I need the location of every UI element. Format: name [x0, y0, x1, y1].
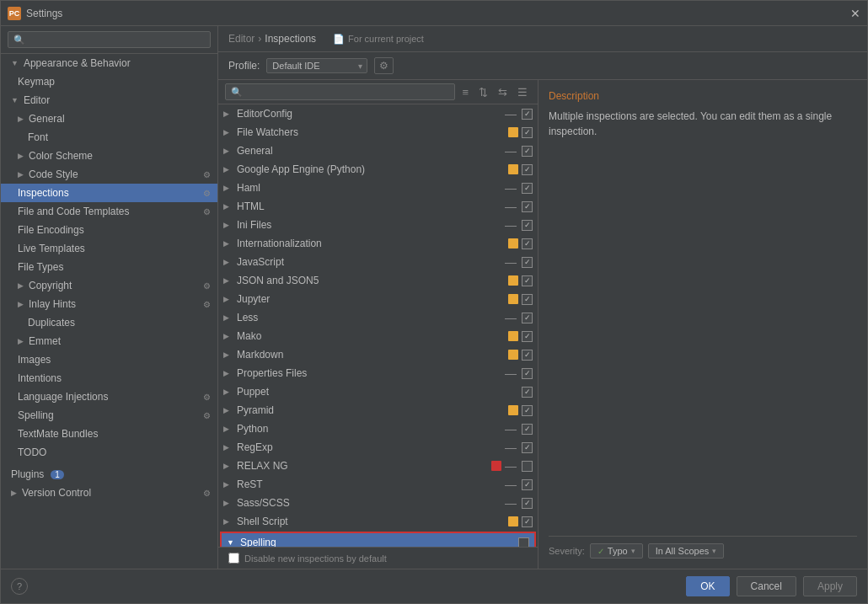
group-checkbox[interactable]	[522, 238, 533, 249]
sidebar-item-intentions[interactable]: Intentions	[1, 369, 217, 388]
sidebar-item-inlay-hints[interactable]: ▶ Inlay Hints ⚙	[1, 295, 217, 313]
sidebar-item-general[interactable]: ▶ General	[1, 110, 217, 128]
inspection-group-google-app-engine[interactable]: ▶ Google App Engine (Python)	[218, 160, 538, 179]
sidebar-search-input[interactable]	[8, 31, 211, 48]
dash-icon: —	[505, 496, 517, 510]
cancel-button[interactable]: Cancel	[737, 576, 796, 596]
ok-button[interactable]: OK	[686, 576, 729, 596]
group-checkbox[interactable]	[522, 201, 533, 212]
inspection-group-sass-scss[interactable]: ▶ Sass/SCSS —	[218, 494, 538, 512]
group-checkbox[interactable]	[522, 424, 533, 435]
for-project-button[interactable]: 📄 For current project	[333, 34, 424, 45]
inspection-group-ini-files[interactable]: ▶ Ini Files —	[218, 216, 538, 234]
severity-color	[508, 331, 518, 341]
inspection-group-puppet[interactable]: ▶ Puppet	[218, 382, 538, 401]
sidebar-item-label: Live Templates	[18, 243, 85, 254]
expand-arrow-icon: ▶	[223, 332, 233, 340]
sidebar-item-duplicates[interactable]: Duplicates	[1, 313, 217, 332]
sidebar-item-label: TextMate Bundles	[18, 428, 98, 440]
inspection-group-pyramid[interactable]: ▶ Pyramid	[218, 401, 538, 420]
inspection-group-html[interactable]: ▶ HTML —	[218, 197, 538, 216]
inspection-group-mako[interactable]: ▶ Mako	[218, 327, 538, 345]
sidebar-item-textmate-bundles[interactable]: TextMate Bundles	[1, 425, 217, 443]
group-checkbox[interactable]	[522, 498, 533, 509]
inspection-group-properties[interactable]: ▶ Properties Files —	[218, 364, 538, 382]
inspection-search-input[interactable]	[225, 83, 455, 100]
sidebar-item-inspections[interactable]: Inspections ⚙	[1, 184, 217, 202]
sidebar-item-code-style[interactable]: ▶ Code Style ⚙	[1, 165, 217, 184]
profile-select[interactable]: Default IDE	[266, 58, 367, 73]
sidebar-item-file-types[interactable]: File Types	[1, 258, 217, 276]
expand-arrow-icon: ▶	[223, 165, 233, 174]
group-checkbox[interactable]	[522, 275, 533, 286]
sidebar-item-plugins[interactable]: Plugins 1	[1, 465, 217, 484]
sidebar-search-area	[1, 26, 217, 54]
dash-icon: —	[505, 144, 517, 158]
sidebar-item-copyright[interactable]: ▶ Copyright ⚙	[1, 276, 217, 295]
close-button[interactable]: ✕	[850, 7, 860, 20]
inspection-group-relax-ng[interactable]: ▶ RELAX NG —	[218, 457, 538, 475]
group-checkbox[interactable]	[522, 387, 533, 398]
inspection-group-haml[interactable]: ▶ Haml —	[218, 179, 538, 197]
sidebar-item-emmet[interactable]: ▶ Emmet	[1, 332, 217, 350]
group-checkbox[interactable]	[522, 516, 533, 527]
group-checkbox[interactable]	[522, 461, 533, 472]
group-checkbox[interactable]	[522, 127, 533, 138]
collapse-all-button[interactable]: ⇆	[495, 84, 511, 100]
sidebar-item-editor[interactable]: ▼ Editor	[1, 91, 217, 110]
more-options-button[interactable]: ☰	[514, 84, 531, 100]
sidebar-item-language-injections[interactable]: Language Injections ⚙	[1, 388, 217, 406]
group-checkbox[interactable]	[522, 257, 533, 268]
group-checkbox[interactable]	[522, 183, 533, 194]
inspection-group-markdown[interactable]: ▶ Markdown	[218, 345, 538, 364]
group-checkbox[interactable]	[522, 405, 533, 416]
help-button[interactable]: ?	[11, 578, 28, 595]
inspection-group-shell-script[interactable]: ▶ Shell Script	[218, 512, 538, 531]
disable-inspections-label[interactable]: Disable new inspections by default	[244, 553, 387, 564]
inspection-group-jupyter[interactable]: ▶ Jupyter	[218, 290, 538, 308]
inspection-group-file-watchers[interactable]: ▶ File Watchers	[218, 123, 538, 142]
group-checkbox[interactable]	[522, 294, 533, 305]
group-checkbox[interactable]	[522, 164, 533, 175]
expand-arrow-icon: ▶	[223, 147, 233, 155]
inspection-group-less[interactable]: ▶ Less —	[218, 308, 538, 327]
group-checkbox[interactable]	[522, 109, 533, 120]
apply-button[interactable]: Apply	[803, 576, 857, 596]
group-checkbox[interactable]	[522, 313, 533, 323]
inspection-group-internationalization[interactable]: ▶ Internationalization	[218, 234, 538, 253]
group-checkbox[interactable]	[522, 331, 533, 342]
sidebar-item-live-templates[interactable]: Live Templates	[1, 239, 217, 258]
group-checkbox[interactable]	[522, 146, 533, 157]
group-checkbox[interactable]	[522, 442, 533, 453]
sidebar-item-keymap[interactable]: Keymap	[1, 72, 217, 91]
sidebar-item-appearance[interactable]: ▼ Appearance & Behavior	[1, 54, 217, 72]
disable-inspections-checkbox[interactable]	[228, 553, 239, 564]
sidebar-item-todo[interactable]: TODO	[1, 443, 217, 462]
filter-button[interactable]: ≡	[458, 84, 472, 100]
group-checkbox[interactable]	[522, 220, 533, 231]
inspection-group-javascript[interactable]: ▶ JavaScript —	[218, 253, 538, 271]
scope-select-button[interactable]: In All Scopes ▾	[648, 543, 725, 559]
sidebar-item-color-scheme[interactable]: ▶ Color Scheme	[1, 147, 217, 165]
inspection-group-json[interactable]: ▶ JSON and JSON5	[218, 271, 538, 290]
sidebar-item-file-encodings[interactable]: File Encodings	[1, 221, 217, 239]
severity-select-button[interactable]: ✓ Typo ▾	[590, 543, 643, 559]
inspection-group-regexp[interactable]: ▶ RegExp —	[218, 438, 538, 457]
sidebar-item-file-code-templates[interactable]: File and Code Templates ⚙	[1, 202, 217, 221]
group-checkbox[interactable]	[522, 479, 533, 490]
sidebar-item-version-control[interactable]: ▶ Version Control ⚙	[1, 484, 217, 502]
sidebar-item-spelling[interactable]: Spelling ⚙	[1, 406, 217, 425]
sidebar-item-images[interactable]: Images	[1, 350, 217, 369]
inspection-group-spelling[interactable]: ▼ Spelling	[222, 533, 534, 547]
inspection-group-editorconfig[interactable]: ▶ EditorConfig —	[218, 104, 538, 123]
inspection-group-rest[interactable]: ▶ ReST —	[218, 475, 538, 494]
inspection-group-python[interactable]: ▶ Python —	[218, 420, 538, 438]
inspection-group-general[interactable]: ▶ General —	[218, 142, 538, 160]
group-checkbox[interactable]	[518, 537, 529, 548]
expand-arrow: ▼	[11, 96, 19, 104]
group-checkbox[interactable]	[522, 368, 533, 379]
expand-all-button[interactable]: ⇅	[475, 84, 491, 100]
sidebar-item-font[interactable]: Font	[1, 128, 217, 147]
group-checkbox[interactable]	[522, 350, 533, 361]
profile-settings-button[interactable]: ⚙	[374, 57, 394, 74]
